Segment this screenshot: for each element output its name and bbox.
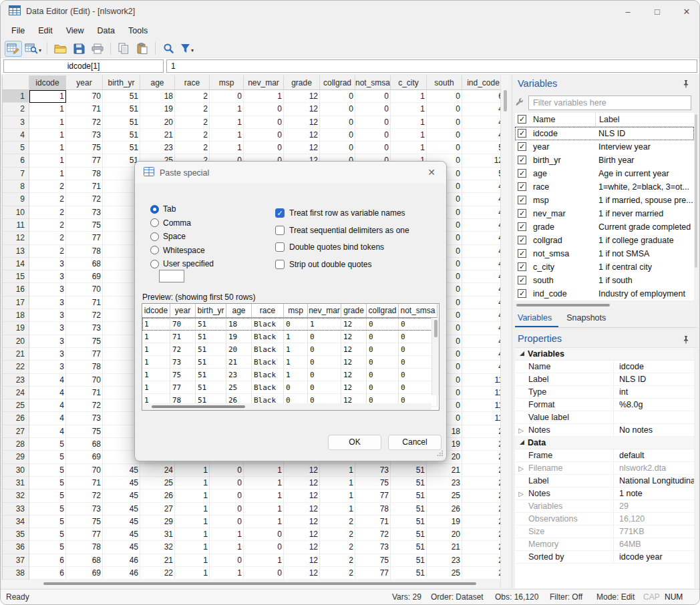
cell-race[interactable]: 1: [175, 554, 210, 567]
cell-msp[interactable]: 1: [210, 567, 244, 580]
menu-item[interactable]: Tools: [122, 24, 154, 37]
variable-checkbox[interactable]: ✓: [518, 262, 526, 271]
row-number[interactable]: 36: [3, 541, 29, 554]
cell-c-city[interactable]: 51: [391, 477, 427, 489]
cell-c-city[interactable]: 1: [391, 142, 427, 154]
cell-collgrad[interactable]: 2: [320, 554, 355, 567]
cell-c-city[interactable]: 51: [391, 567, 427, 580]
variable-checkbox[interactable]: ✓: [518, 209, 526, 218]
cell-idcode[interactable]: 4: [29, 425, 66, 438]
list-item[interactable]: ✓ age Age in current year: [515, 167, 694, 180]
cell-collgrad[interactable]: 1: [320, 477, 355, 489]
cell-year[interactable]: 70: [66, 90, 103, 103]
cell-idcode[interactable]: 1: [29, 103, 66, 116]
cell-ind-code[interactable]: 4: [462, 219, 500, 232]
scrollbar-thumb[interactable]: [504, 90, 507, 112]
row-number[interactable]: 11: [3, 219, 29, 232]
cell-nev-mar[interactable]: 1: [244, 90, 284, 103]
cell-south[interactable]: 0: [427, 142, 462, 154]
column-header[interactable]: ind_code: [462, 75, 500, 90]
cell-age[interactable]: 22: [140, 567, 175, 580]
cell-ind-code[interactable]: 5: [462, 142, 500, 154]
browse-data-button[interactable]: ▾: [23, 41, 43, 57]
cell-c-city[interactable]: 51: [391, 528, 427, 541]
cell-south[interactable]: 20: [427, 528, 462, 541]
cell-south[interactable]: 19: [427, 516, 462, 528]
cell-idcode[interactable]: 5: [29, 489, 66, 502]
cell-race[interactable]: 1: [175, 567, 210, 580]
row-number[interactable]: 21: [3, 348, 29, 361]
cell-year[interactable]: 73: [66, 129, 103, 142]
cell-idcode[interactable]: 2: [29, 206, 66, 219]
cell-nev-mar[interactable]: 1: [244, 464, 284, 477]
cell-birth-yr[interactable]: 46: [103, 554, 140, 567]
cell-c-city[interactable]: 51: [391, 554, 427, 567]
cell-year[interactable]: 77: [66, 348, 103, 361]
cell-birth-yr[interactable]: 51: [103, 103, 140, 116]
cancel-button[interactable]: Cancel: [388, 435, 442, 450]
panel-tab[interactable]: Snapshots: [564, 311, 612, 327]
cell-year[interactable]: 75: [66, 219, 103, 232]
cell-south[interactable]: 23: [427, 554, 462, 567]
cell-idcode[interactable]: 4: [29, 399, 66, 412]
cell-not-smsa[interactable]: 71: [355, 516, 391, 528]
cell-not-smsa[interactable]: 0: [355, 129, 391, 142]
cell-south[interactable]: 25: [427, 567, 462, 580]
preview-horizontal-scrollbar[interactable]: [142, 403, 431, 410]
cell-idcode[interactable]: 6: [29, 567, 66, 580]
ok-button[interactable]: OK: [328, 435, 381, 450]
column-header[interactable]: msp: [210, 75, 244, 90]
cell-ind-code[interactable]: 2: [462, 503, 500, 516]
cell-race[interactable]: 1: [175, 477, 210, 489]
row-number[interactable]: 12: [3, 232, 29, 244]
row-number[interactable]: 16: [3, 283, 29, 296]
cell-south[interactable]: 0: [427, 129, 462, 142]
row-number[interactable]: 7: [3, 168, 29, 180]
cell-nev-mar[interactable]: 0: [244, 528, 284, 541]
grid-horizontal-scrollbar[interactable]: [2, 580, 499, 588]
cell-reference-input[interactable]: [3, 59, 164, 73]
cell-ind-code[interactable]: 2: [462, 567, 500, 580]
cell-ind-code[interactable]: 4: [462, 180, 500, 193]
cell-year[interactable]: 72: [66, 116, 103, 129]
cell-grade[interactable]: 12: [284, 567, 320, 580]
row-number[interactable]: 28: [3, 438, 29, 451]
variable-checkbox[interactable]: ✓: [518, 249, 526, 258]
cell-ind-code[interactable]: 4: [462, 103, 500, 116]
row-number[interactable]: 19: [3, 322, 29, 335]
list-item[interactable]: ✓ ind_code Industry of employment: [515, 287, 694, 300]
row-number[interactable]: 18: [3, 309, 29, 322]
cell-idcode[interactable]: 3: [29, 348, 66, 361]
cell-grade[interactable]: 12: [284, 477, 320, 489]
cell-msp[interactable]: 1: [210, 142, 244, 154]
cell-collgrad[interactable]: 0: [320, 129, 355, 142]
cell-collgrad[interactable]: 0: [320, 142, 355, 154]
scrollbar-thumb[interactable]: [152, 405, 245, 408]
property-row[interactable]: ▷ Sorted by idcode year: [515, 551, 694, 564]
delimiter-radio-option[interactable]: Whitespace: [150, 244, 214, 258]
row-number[interactable]: 1: [3, 90, 29, 103]
cell-idcode[interactable]: 5: [29, 541, 66, 554]
variable-checkbox[interactable]: ✓: [518, 276, 526, 284]
print-button[interactable]: [89, 41, 106, 57]
cell-idcode[interactable]: 4: [29, 412, 66, 425]
cell-south[interactable]: 0: [427, 90, 462, 103]
cell-nev-mar[interactable]: 1: [244, 489, 284, 502]
cell-grade[interactable]: 12: [284, 464, 320, 477]
cell-year[interactable]: 70: [66, 374, 103, 387]
cell-grade[interactable]: 12: [284, 90, 320, 103]
cell-idcode[interactable]: 2: [29, 219, 66, 232]
cell-collgrad[interactable]: 2: [320, 528, 355, 541]
cell-year[interactable]: 73: [66, 412, 103, 425]
property-row[interactable]: ▷ Notes 1 note: [515, 487, 694, 500]
expander-icon[interactable]: ▷: [515, 462, 527, 475]
scrollbar-thumb[interactable]: [516, 304, 610, 307]
checkbox-icon[interactable]: ✓: [275, 260, 285, 269]
cell-year[interactable]: 70: [66, 464, 103, 477]
cell-year[interactable]: 78: [66, 168, 103, 180]
preview-row[interactable]: 1 72 51 20 Black 1 0 12 0 0: [142, 343, 437, 356]
cell-msp[interactable]: 0: [210, 516, 244, 528]
cell-age[interactable]: 20: [140, 116, 175, 129]
variable-checkbox[interactable]: ✓: [518, 289, 526, 298]
cell-c-city[interactable]: 51: [391, 489, 427, 502]
